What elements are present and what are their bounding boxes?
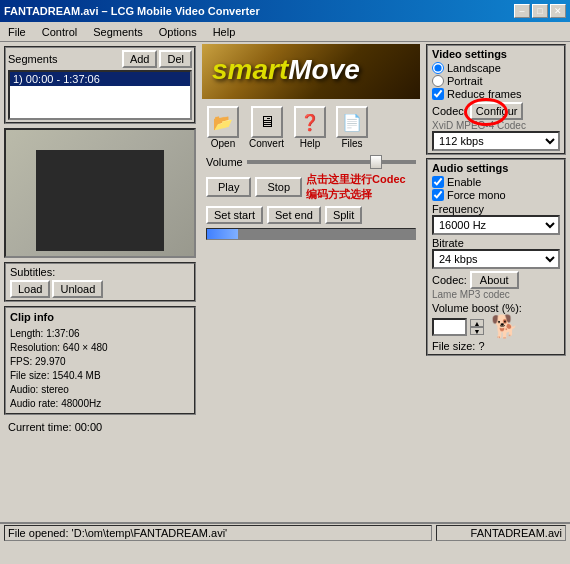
status-right: FANTADREAM.avi <box>436 525 566 541</box>
del-button[interactable]: Del <box>159 50 192 68</box>
force-mono-row: Force mono <box>432 189 560 201</box>
menu-bar: File Control Segments Options Help <box>0 22 570 42</box>
convert-icon: 🖥 <box>251 106 283 138</box>
left-panel: Segments Add Del 1) 00:00 - 1:37:06 Subt… <box>0 42 200 522</box>
help-toolbar-btn[interactable]: ❓ Help <box>291 103 329 152</box>
portrait-label: Portrait <box>447 75 482 87</box>
frequency-label: Frequency <box>432 203 560 215</box>
progress-bar[interactable] <box>206 228 416 240</box>
split-button[interactable]: Split <box>325 206 362 224</box>
configure-button[interactable]: Configur <box>470 102 524 120</box>
status-left: File opened: 'D:\om\temp\FANTADREAM.avi' <box>4 525 432 541</box>
clip-info-title: Clip info <box>10 310 190 325</box>
clip-length: Length: 1:37:06 <box>10 327 190 341</box>
help-label: Help <box>300 138 321 149</box>
title-bar-buttons: – □ ✕ <box>514 4 566 18</box>
audio-codec-label: Codec: <box>432 274 467 286</box>
reduce-frames-row: Reduce frames <box>432 88 560 100</box>
open-toolbar-btn[interactable]: 📂 Open <box>204 103 242 152</box>
load-button[interactable]: Load <box>10 280 50 298</box>
chinese-hint-text: 点击这里进行Codec编码方式选择 <box>306 172 416 202</box>
force-mono-checkbox[interactable] <box>432 189 444 201</box>
volume-boost-spinner: ▲ ▼ <box>470 319 484 335</box>
menu-help[interactable]: Help <box>209 25 240 39</box>
right-panel: Video settings Landscape Portrait Reduce… <box>422 42 570 522</box>
logo-area: smartMove <box>202 44 420 99</box>
close-button[interactable]: ✕ <box>550 4 566 18</box>
about-button[interactable]: About <box>470 271 519 289</box>
codec-row: Codec: Configur <box>432 102 560 120</box>
reduce-frames-label: Reduce frames <box>447 88 522 100</box>
logo-text: smartMove <box>212 54 360 86</box>
title-bar: FANTADREAM.avi – LCG Mobile Video Conver… <box>0 0 570 22</box>
menu-segments[interactable]: Segments <box>89 25 147 39</box>
landscape-radio[interactable] <box>432 62 444 74</box>
segments-label: Segments <box>8 53 58 65</box>
spin-down-button[interactable]: ▼ <box>470 327 484 335</box>
portrait-row: Portrait <box>432 75 560 87</box>
audio-settings-title: Audio settings <box>432 162 560 174</box>
menu-file[interactable]: File <box>4 25 30 39</box>
subtitles-section: Subtitles: Load Unload <box>4 262 196 302</box>
status-bar: File opened: 'D:\om\temp\FANTADREAM.avi'… <box>0 522 570 542</box>
progress-area <box>202 226 420 242</box>
subtitles-label: Subtitles: <box>10 266 190 278</box>
volume-slider[interactable] <box>247 160 416 164</box>
menu-options[interactable]: Options <box>155 25 201 39</box>
video-settings-title: Video settings <box>432 48 560 60</box>
landscape-label: Landscape <box>447 62 501 74</box>
edit-row: Set start Set end Split <box>202 204 420 226</box>
set-start-button[interactable]: Set start <box>206 206 263 224</box>
subtitles-buttons: Load Unload <box>10 280 190 298</box>
segments-buttons: Add Del <box>122 50 192 68</box>
video-codec-name: XviD MPEG-4 Codec <box>432 120 560 131</box>
portrait-radio[interactable] <box>432 75 444 87</box>
main-content: Segments Add Del 1) 00:00 - 1:37:06 Subt… <box>0 42 570 522</box>
clip-fps: FPS: 29.970 <box>10 355 190 369</box>
volume-label: Volume <box>206 156 243 168</box>
reduce-frames-checkbox[interactable] <box>432 88 444 100</box>
video-bitrate-select[interactable]: 112 kbps <box>432 131 560 151</box>
volume-boost-label: Volume boost (%): <box>432 302 560 314</box>
files-icon: 📄 <box>336 106 368 138</box>
video-preview <box>4 128 196 258</box>
set-end-button[interactable]: Set end <box>267 206 321 224</box>
play-button[interactable]: Play <box>206 177 251 197</box>
volume-boost-row: 100 ▲ ▼ 🐕 <box>432 314 560 340</box>
landscape-row: Landscape <box>432 62 560 74</box>
bitrate-label: Bitrate <box>432 237 560 249</box>
segment-item[interactable]: 1) 00:00 - 1:37:06 <box>10 72 190 86</box>
open-label: Open <box>211 138 235 149</box>
audio-bitrate-select[interactable]: 24 kbps <box>432 249 560 269</box>
playback-row: Play Stop 点击这里进行Codec编码方式选择 <box>202 170 420 204</box>
configure-container: Configur <box>470 102 524 120</box>
minimize-button[interactable]: – <box>514 4 530 18</box>
stop-button[interactable]: Stop <box>255 177 302 197</box>
spin-up-button[interactable]: ▲ <box>470 319 484 327</box>
help-icon: ❓ <box>294 106 326 138</box>
mascot-icon: 🐕 <box>491 314 518 340</box>
force-mono-label: Force mono <box>447 189 506 201</box>
audio-settings-group: Audio settings Enable Force mono Frequen… <box>426 158 566 356</box>
menu-control[interactable]: Control <box>38 25 81 39</box>
files-label: Files <box>341 138 362 149</box>
volume-thumb[interactable] <box>370 155 382 169</box>
audio-codec-name: Lame MP3 codec <box>432 289 560 300</box>
volume-boost-input[interactable]: 100 <box>432 318 467 336</box>
clip-audio: Audio: stereo <box>10 383 190 397</box>
maximize-button[interactable]: □ <box>532 4 548 18</box>
enable-audio-checkbox[interactable] <box>432 176 444 188</box>
convert-toolbar-btn[interactable]: 🖥 Convert <box>246 103 287 152</box>
file-size-display: File size: ? <box>432 340 560 352</box>
enable-row: Enable <box>432 176 560 188</box>
clip-resolution: Resolution: 640 × 480 <box>10 341 190 355</box>
toolbar: 📂 Open 🖥 Convert ❓ Help 📄 Files <box>202 101 420 154</box>
unload-button[interactable]: Unload <box>52 280 103 298</box>
frequency-select[interactable]: 16000 Hz <box>432 215 560 235</box>
files-toolbar-btn[interactable]: 📄 Files <box>333 103 371 152</box>
segments-list[interactable]: 1) 00:00 - 1:37:06 <box>8 70 192 120</box>
volume-row: Volume <box>202 154 420 170</box>
add-button[interactable]: Add <box>122 50 158 68</box>
segments-header: Segments Add Del <box>8 50 192 68</box>
enable-label: Enable <box>447 176 481 188</box>
